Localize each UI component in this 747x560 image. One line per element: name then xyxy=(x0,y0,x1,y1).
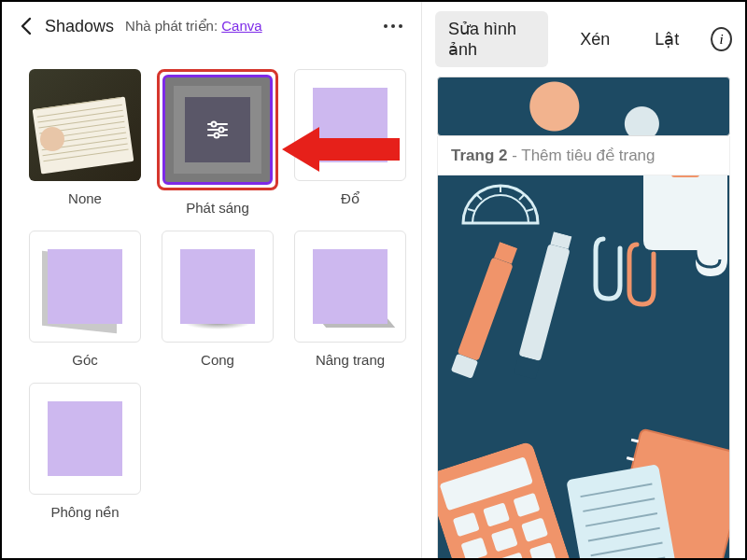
label-drop: Đổ xyxy=(341,190,359,207)
more-button[interactable] xyxy=(378,11,408,41)
svg-point-3 xyxy=(219,128,224,133)
page-2-title[interactable]: Trang 2 - Thêm tiêu đề trang xyxy=(437,136,730,175)
option-pagelift: Nâng trang xyxy=(289,231,411,368)
more-icon xyxy=(384,24,402,28)
info-button[interactable]: i xyxy=(711,27,732,51)
label-curve: Cong xyxy=(201,352,234,368)
backdrop-wrap xyxy=(48,401,122,476)
label-none: None xyxy=(68,190,102,206)
developer-prefix: Nhà phát triển: xyxy=(125,18,221,34)
label-backdrop: Phông nền xyxy=(50,504,119,521)
option-none: None xyxy=(24,69,146,216)
scroll-icon xyxy=(634,175,730,287)
developer-link[interactable]: Canva xyxy=(221,18,261,34)
hand-illustration xyxy=(40,127,64,151)
panel-title: Shadows xyxy=(45,17,114,36)
svg-point-1 xyxy=(212,122,217,127)
svg-line-10 xyxy=(468,209,474,211)
page-2-canvas[interactable] xyxy=(437,175,730,558)
page1-illustration xyxy=(438,77,729,135)
thumb-pagelift[interactable] xyxy=(294,231,406,343)
option-curve: Cong xyxy=(157,231,278,368)
svg-point-5 xyxy=(215,133,219,138)
label-corner: Góc xyxy=(72,352,98,368)
pagelift-wrap xyxy=(313,249,388,324)
svg-marker-6 xyxy=(282,127,400,172)
label-glow: Phát sáng xyxy=(186,200,249,216)
option-glow: Phát sáng xyxy=(157,69,278,216)
option-corner: Góc xyxy=(24,231,146,368)
page-title-placeholder: - Thêm tiêu đề trang xyxy=(507,147,655,164)
flip-button[interactable]: Lật xyxy=(641,21,692,57)
app-root: Shadows Nhà phát triển: Canva None xyxy=(0,0,747,560)
edit-image-button[interactable]: Sửa hình ảnh xyxy=(435,11,548,67)
label-pagelift: Nâng trang xyxy=(316,352,385,368)
thumb-backdrop[interactable] xyxy=(29,383,141,495)
back-button[interactable] xyxy=(15,15,37,37)
annotation-arrow xyxy=(282,121,403,177)
svg-line-9 xyxy=(519,195,524,200)
thumb-curve[interactable] xyxy=(162,231,274,343)
svg-line-33 xyxy=(627,458,634,460)
shadows-panel: Shadows Nhà phát triển: Canva None xyxy=(2,2,422,558)
thumb-glow-inner xyxy=(162,75,273,185)
glow-square xyxy=(185,97,250,162)
svg-rect-16 xyxy=(518,244,570,361)
thumb-glow-selected[interactable] xyxy=(157,69,278,190)
option-backdrop: Phông nền xyxy=(24,383,146,521)
chevron-left-icon xyxy=(20,17,33,35)
panel-header: Shadows Nhà phát triển: Canva xyxy=(2,2,421,50)
crop-button[interactable]: Xén xyxy=(567,22,623,57)
page-1-strip[interactable] xyxy=(437,77,730,136)
corner-wrap xyxy=(48,249,122,324)
svg-rect-13 xyxy=(458,257,514,361)
svg-line-11 xyxy=(527,209,533,211)
image-toolbar: Sửa hình ảnh Xén Lật i xyxy=(422,2,745,77)
calculator-icon xyxy=(437,441,574,558)
svg-line-32 xyxy=(631,440,639,441)
developer-label: Nhà phát triển: Canva xyxy=(125,18,262,35)
adjust-icon xyxy=(205,118,230,142)
canvas-panel: Sửa hình ảnh Xén Lật i Trang 2 - Thêm ti… xyxy=(422,2,745,558)
canvas-area: Trang 2 - Thêm tiêu đề trang xyxy=(422,77,745,558)
thumb-none[interactable] xyxy=(29,69,141,181)
page-number: Trang 2 xyxy=(451,147,507,164)
protractor-icon xyxy=(458,181,543,228)
curve-wrap xyxy=(180,249,255,324)
svg-rect-18 xyxy=(671,175,699,177)
svg-line-8 xyxy=(477,195,482,200)
thumb-corner[interactable] xyxy=(29,231,141,343)
